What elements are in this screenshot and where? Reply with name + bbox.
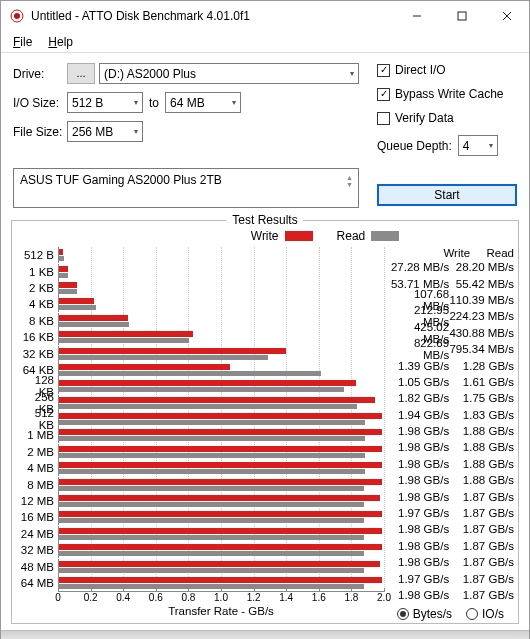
row-label: 1 KB: [18, 266, 58, 278]
chart-row: 256 KB: [18, 395, 384, 411]
row-label: 32 KB: [18, 348, 58, 360]
row-label: 48 MB: [18, 561, 58, 573]
write-bar: [59, 331, 193, 337]
read-value: 1.87 GB/s: [449, 507, 514, 519]
write-bar: [59, 462, 382, 468]
row-label: 512 B: [18, 249, 58, 261]
titlebar: Untitled - ATTO Disk Benchmark 4.01.0f1: [1, 1, 529, 31]
bar-group: [58, 378, 384, 394]
read-bar: [59, 322, 129, 327]
read-bar: [59, 568, 364, 573]
direct-io-checkbox[interactable]: ✓ Direct I/O: [377, 63, 517, 77]
value-row: 1.97 GB/s 1.87 GB/s: [390, 570, 514, 586]
read-bar: [59, 355, 268, 360]
bar-group: [58, 362, 384, 378]
close-button[interactable]: [484, 1, 529, 31]
footer: ATTO Storage and Network Connectivity Ex…: [1, 630, 529, 639]
chart-row: 48 MB: [18, 558, 384, 574]
chart-row: 1 KB: [18, 263, 384, 279]
drive-value: (D:) AS2000 Plus: [104, 67, 196, 81]
col-read: Read: [470, 247, 514, 259]
results-panel: Test Results Write Read 512 B 1 KB 2 KB …: [11, 220, 519, 624]
value-row: 1.98 GB/s 1.87 GB/s: [390, 521, 514, 537]
row-label: 4 MB: [18, 462, 58, 474]
tick-label: 1.4: [279, 592, 293, 603]
read-value: 1.88 GB/s: [449, 441, 514, 453]
window-title: Untitled - ATTO Disk Benchmark 4.01.0f1: [25, 9, 394, 23]
write-value: 822.69 MB/s: [390, 337, 449, 361]
bar-group: [58, 509, 384, 525]
start-button[interactable]: Start: [377, 184, 517, 206]
chart-row: 2 KB: [18, 280, 384, 296]
read-value: 1.88 GB/s: [449, 474, 514, 486]
tick-label: 0: [55, 592, 61, 603]
chart-legend: Write Read: [138, 229, 512, 243]
write-bar: [59, 495, 380, 501]
write-bar: [59, 397, 375, 403]
menubar: File Help: [1, 31, 529, 53]
filesize-select[interactable]: 256 MB ▾: [67, 121, 143, 142]
value-row: 1.94 GB/s 1.83 GB/s: [390, 407, 514, 423]
drive-select[interactable]: (D:) AS2000 Plus ▾: [99, 63, 359, 84]
menu-help[interactable]: Help: [40, 33, 81, 51]
tick-label: 0.8: [181, 592, 195, 603]
row-label: 1 MB: [18, 429, 58, 441]
value-row: 1.97 GB/s 1.87 GB/s: [390, 505, 514, 521]
value-row: 1.98 GB/s 1.87 GB/s: [390, 488, 514, 504]
tick-label: 2.0: [377, 592, 391, 603]
read-value: 1.87 GB/s: [449, 573, 514, 585]
bar-group: [58, 493, 384, 509]
read-bar: [59, 486, 364, 491]
write-bar: [59, 298, 94, 304]
minimize-button[interactable]: [394, 1, 439, 31]
bar-group: [58, 526, 384, 542]
description-textarea[interactable]: ASUS TUF Gaming AS2000 Plus 2TB ▲▼: [13, 168, 359, 208]
write-bar: [59, 249, 63, 255]
read-value: 1.87 GB/s: [449, 556, 514, 568]
value-row: 1.98 GB/s 1.88 GB/s: [390, 439, 514, 455]
io-radio[interactable]: IO/s: [466, 607, 504, 621]
chart-row: 32 MB: [18, 542, 384, 558]
bypass-cache-checkbox[interactable]: ✓ Bypass Write Cache: [377, 87, 517, 101]
chart-row: 512 B: [18, 247, 384, 263]
chevron-down-icon: ▾: [134, 127, 138, 136]
maximize-button[interactable]: [439, 1, 484, 31]
bar-group: [58, 296, 384, 312]
bar-group: [58, 477, 384, 493]
value-row: 822.69 MB/s 795.34 MB/s: [390, 341, 514, 357]
read-bar: [59, 453, 365, 458]
menu-file[interactable]: File: [5, 33, 40, 51]
value-row: 1.98 GB/s 1.87 GB/s: [390, 554, 514, 570]
verify-data-checkbox[interactable]: Verify Data: [377, 111, 517, 125]
iosize-to-select[interactable]: 64 MB ▾: [165, 92, 241, 113]
bar-group: [58, 411, 384, 427]
row-label: 4 KB: [18, 298, 58, 310]
tick-label: 1.8: [344, 592, 358, 603]
checkmark-icon: ✓: [377, 88, 390, 101]
bytes-radio[interactable]: Bytes/s: [397, 607, 452, 621]
write-bar: [59, 511, 382, 517]
chevron-down-icon: ▾: [134, 98, 138, 107]
chart-row: 12 MB: [18, 493, 384, 509]
value-row: 1.39 GB/s 1.28 GB/s: [390, 357, 514, 373]
chart-row: 64 KB: [18, 362, 384, 378]
chart-row: 16 KB: [18, 329, 384, 345]
read-bar: [59, 387, 344, 392]
chart-row: 64 MB: [18, 575, 384, 591]
queue-depth-select[interactable]: 4 ▾: [458, 135, 498, 156]
read-bar: [59, 289, 77, 294]
write-bar: [59, 413, 382, 419]
iosize-from-select[interactable]: 512 B ▾: [67, 92, 143, 113]
write-bar: [59, 348, 286, 354]
browse-button[interactable]: ...: [67, 63, 95, 84]
scroll-arrows-icon[interactable]: ▲▼: [342, 177, 357, 185]
tick-label: 1.2: [247, 592, 261, 603]
svg-rect-3: [458, 12, 466, 20]
write-value: 1.98 GB/s: [390, 458, 449, 470]
read-value: 1.88 GB/s: [449, 458, 514, 470]
read-value: 110.39 MB/s: [449, 294, 514, 306]
read-bar: [59, 305, 96, 310]
chart-row: 4 KB: [18, 296, 384, 312]
bar-group: [58, 444, 384, 460]
tick-label: 1.0: [214, 592, 228, 603]
